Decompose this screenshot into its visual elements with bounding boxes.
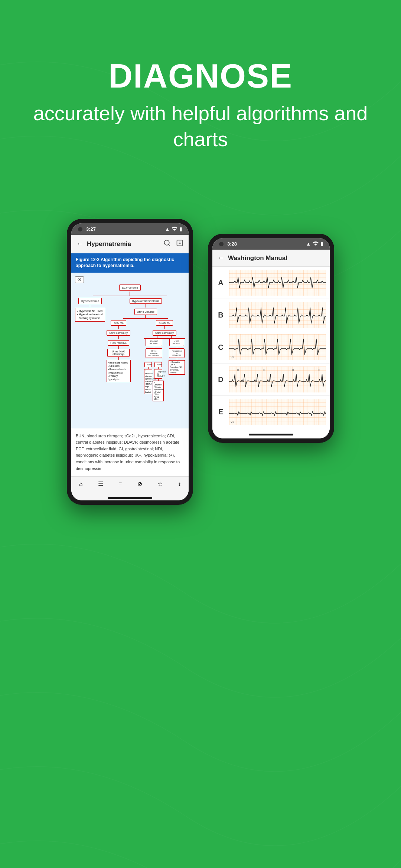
response-ddavp2-node: Response to DDAVP?	[154, 369, 162, 379]
svg-rect-10	[229, 302, 326, 328]
nav-sort-icon[interactable]: ↕	[178, 481, 181, 487]
phone2-time: 3:28	[227, 241, 237, 247]
svg-line-1	[169, 244, 170, 246]
less-800-node: <800 mL	[111, 320, 126, 326]
gt1000-node: >1000 mL	[156, 320, 173, 326]
hypervolemic-bullet3: Cushing syndrome	[77, 316, 103, 320]
ecg-row-c: C V5	[212, 331, 330, 364]
svg-point-0	[164, 240, 169, 245]
ecg-label-a: A	[216, 279, 225, 287]
lt300-node: <300 mOsm/L	[169, 339, 184, 346]
phone1-status-bar: 3:27 ▲ ▮	[71, 223, 189, 235]
nav-list-icon[interactable]: ☰	[98, 480, 103, 487]
svg-text:H: H	[263, 369, 265, 371]
phone2-back-button[interactable]: ←	[218, 254, 224, 262]
insensible-bullet2: • GI losses	[108, 364, 129, 368]
insensible-bullet1: • Insensible losses	[108, 361, 129, 364]
ecg-row-e: E V1	[212, 396, 330, 428]
phone1-screen: 3:27 ▲ ▮ ← Hypernatremia	[71, 223, 189, 500]
phone1-title: Hypernatremia	[87, 240, 160, 248]
ecg-label-d: D	[216, 375, 225, 384]
nav-star-icon[interactable]: ☆	[157, 480, 163, 487]
hypervolemic-node: Hypervolemic	[78, 298, 101, 304]
svg-text:H: H	[318, 369, 320, 371]
response-ddavp-node: Response to DDAVP?	[169, 348, 185, 358]
phone2-status-bar: 3:28 ▲ ▮	[212, 238, 330, 250]
hero-section: DIAGNOSE accurately with helpful algorit…	[0, 0, 401, 182]
svg-line-6	[80, 280, 81, 281]
svg-rect-11	[229, 334, 326, 360]
phone2-status-icons: ▲ ▮	[306, 241, 323, 247]
urine-osm-left: Urine osmolality	[107, 330, 130, 336]
ecg-graph-b	[229, 302, 326, 328]
signal-icon: ▲	[165, 226, 170, 232]
algorithm-area: ECF volume Hypervolemic • Hypertonic Na+…	[71, 273, 189, 428]
ecg-graph-d: H H H H	[229, 366, 326, 392]
hypovolemic-node: Hypovolemic/euvolemic	[130, 298, 162, 304]
search-icon[interactable]	[163, 239, 171, 249]
insensible-bullet3: • Remote diuretic (loop/osmotic)	[108, 368, 129, 374]
phone2-camera-dot	[219, 242, 224, 246]
wifi-icon	[172, 226, 177, 232]
phones-section: 3:27 ▲ ▮ ← Hypernatremia	[0, 197, 401, 542]
ecg-graph-e: V1	[229, 399, 326, 425]
svg-text:H: H	[237, 369, 239, 371]
gt900-node: >900	[144, 362, 152, 367]
phone2-app-bar: ← Washington Manual	[212, 250, 330, 267]
svg-text:V5: V5	[231, 356, 234, 359]
nav-home-icon[interactable]: ⌂	[79, 481, 83, 487]
ecg-graph-a	[229, 270, 326, 296]
phone1-back-button[interactable]: ←	[76, 240, 83, 248]
battery-icon: ▮	[179, 226, 182, 232]
svg-text:H: H	[292, 369, 294, 371]
urine-na-node: Urine [Na+] <10 mEq/L	[107, 349, 130, 357]
figure-caption: BUN, blood urea nitrogen; ↑Ca2+, hyperca…	[71, 428, 189, 477]
phone1-toolbar-icons	[163, 239, 183, 249]
phone2-home-indicator	[249, 434, 293, 435]
ecg-row-a: A	[212, 267, 330, 299]
nav-menu-icon[interactable]: ≡	[118, 481, 122, 487]
phone1-time: 3:27	[86, 226, 96, 232]
hypervolemic-bullets: • Hypertonic Na+ load	[77, 309, 103, 313]
svg-rect-18	[229, 399, 326, 425]
ecf-node: ECF volume	[119, 285, 141, 291]
phone1-bottom-nav[interactable]: ⌂ ☰ ≡ ⊘ ☆ ↕	[71, 476, 189, 493]
phone2-mockup: 3:28 ▲ ▮ ← Washington Manual	[208, 234, 334, 443]
phone1-mockup: 3:27 ▲ ▮ ← Hypernatremia	[67, 219, 193, 505]
urine-volume-node: Urine volume	[134, 309, 157, 315]
home-indicator	[108, 497, 152, 499]
ecg-row-b: B	[212, 299, 330, 331]
insensible-bullet4: • Primary hypodipsia	[108, 374, 129, 381]
hypervolemic-bullet2: • Hyperaldosteronism/	[77, 313, 103, 316]
ecg-label-c: C	[216, 343, 225, 352]
phone1-status-icons: ▲ ▮	[165, 226, 182, 232]
bottom-section	[0, 542, 401, 653]
phone1-app-bar: ← Hypernatremia	[71, 235, 189, 253]
bookmark-icon[interactable]	[176, 239, 183, 249]
camera-dot	[78, 227, 82, 231]
hero-subtitle: accurately with helpful algorithms and c…	[30, 100, 371, 152]
osmotic-diuresis: • Osmotic diuresis (glucosuria, mannitol…	[145, 370, 151, 394]
urine-osmole-node: Urine osmole excretion/d	[146, 348, 162, 358]
phone2-battery-icon: ▮	[320, 241, 323, 247]
ecg-section: A	[212, 267, 330, 428]
ecg-label-e: E	[216, 408, 225, 416]
complete-cdi-ndi: = Complete CDI = Complete NDI (inherited…	[170, 361, 184, 374]
300-800-node: 300-800 mOsm/L	[146, 339, 162, 346]
phone2-title: Washington Manual	[228, 254, 325, 262]
gt800-node: >800 mOsm/L	[108, 340, 129, 346]
hero-title: DIAGNOSE	[30, 59, 371, 93]
nav-tag-icon[interactable]: ⊘	[137, 480, 142, 487]
lt900-node: <900	[154, 362, 162, 367]
ecg-graph-c: V5	[229, 334, 326, 360]
ecg-row-d: D H H H	[212, 364, 330, 396]
partial-cdi: + Complete CDI with hypovolemia + Partia…	[154, 381, 163, 401]
svg-text:V1: V1	[231, 420, 234, 424]
phone2-wifi-icon	[313, 241, 319, 247]
figure-header: Figure 12-2 Algorithm depicting the diag…	[71, 253, 189, 272]
ecg-label-b: B	[216, 311, 225, 319]
urine-osm-right: Urine osmolality	[153, 330, 176, 336]
phone2-screen: 3:28 ▲ ▮ ← Washington Manual	[212, 238, 330, 438]
phone2-signal-icon: ▲	[306, 241, 311, 247]
